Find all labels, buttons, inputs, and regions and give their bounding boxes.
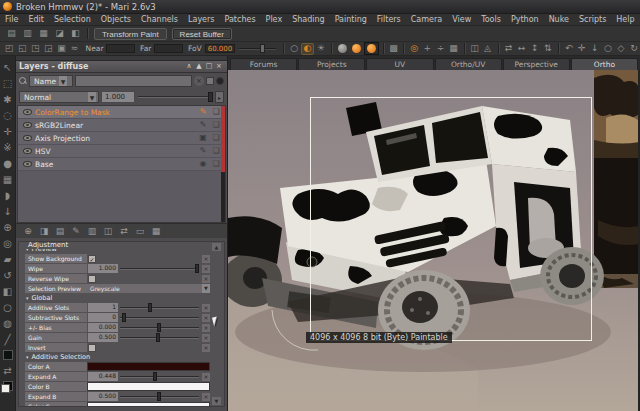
expand-a-value[interactable]: 0.448 bbox=[88, 372, 118, 381]
reset-row-icon[interactable] bbox=[202, 334, 210, 342]
paint-divide-icon[interactable] bbox=[434, 43, 446, 55]
menu-filters[interactable]: Filters bbox=[372, 15, 406, 24]
channel-grid-icon[interactable] bbox=[150, 225, 162, 237]
menu-patches[interactable]: Patches bbox=[220, 15, 261, 24]
add-tool-icon[interactable] bbox=[1, 220, 15, 235]
clone-tool-icon[interactable] bbox=[1, 172, 15, 187]
layer-list-scrollbar[interactable] bbox=[221, 106, 225, 222]
menu-shading[interactable]: Shading bbox=[287, 15, 330, 24]
share-layer-icon[interactable] bbox=[211, 107, 221, 117]
shading-on-sphere[interactable] bbox=[350, 42, 363, 55]
blend-spinner[interactable] bbox=[215, 91, 224, 103]
expand-a-slider[interactable] bbox=[120, 372, 199, 381]
layer-row-base[interactable]: Base bbox=[18, 158, 225, 171]
reset-row-icon[interactable] bbox=[202, 265, 210, 273]
close-palette-icon[interactable] bbox=[214, 62, 224, 72]
paintable-icon[interactable] bbox=[198, 120, 208, 130]
fov-field[interactable]: 60.000 bbox=[205, 44, 236, 53]
collapse-palette-icon[interactable] bbox=[184, 62, 194, 72]
bias-slider[interactable] bbox=[120, 323, 199, 332]
blend-amount-slider[interactable] bbox=[137, 91, 213, 103]
gain-slider[interactable] bbox=[120, 333, 199, 342]
additive-selection-header[interactable]: Additive Selection bbox=[19, 352, 224, 361]
wireframe-icon[interactable] bbox=[55, 43, 67, 55]
paintable-icon[interactable] bbox=[198, 107, 208, 117]
smooth-icon[interactable] bbox=[68, 43, 80, 55]
flat-lighting-icon[interactable] bbox=[288, 43, 300, 55]
gain-value[interactable]: 0.500 bbox=[88, 333, 118, 342]
reset-row-icon[interactable] bbox=[202, 255, 210, 263]
mask-tool-icon[interactable] bbox=[1, 300, 15, 315]
paintable-icon[interactable] bbox=[198, 146, 208, 156]
shading-env-sphere[interactable] bbox=[364, 42, 379, 55]
dolly-view-icon[interactable] bbox=[589, 43, 601, 55]
marquee-tool-icon[interactable] bbox=[1, 76, 15, 91]
line-tool-icon[interactable] bbox=[1, 332, 15, 347]
basic-lighting-icon[interactable] bbox=[301, 43, 313, 55]
menu-scripts[interactable]: Scripts bbox=[574, 15, 611, 24]
layer-search-input[interactable] bbox=[75, 75, 192, 87]
blend-amount-field[interactable]: 1.000 bbox=[101, 91, 135, 103]
wipe-slider[interactable] bbox=[120, 264, 199, 273]
tab-uv[interactable]: UV bbox=[366, 58, 433, 70]
bias-value[interactable]: 0.000 bbox=[88, 323, 118, 332]
invert-checkbox[interactable] bbox=[88, 344, 96, 352]
eraser-tool-icon[interactable] bbox=[1, 252, 15, 267]
duplicate-layer-icon[interactable] bbox=[54, 225, 66, 237]
transfer-layer-icon[interactable] bbox=[118, 225, 130, 237]
move-tool-icon[interactable] bbox=[1, 124, 15, 139]
import-icon[interactable] bbox=[52, 28, 67, 40]
menu-layers[interactable]: Layers bbox=[183, 15, 219, 24]
group-layers-icon[interactable] bbox=[102, 225, 114, 237]
color-a-swatch[interactable] bbox=[87, 362, 210, 371]
zoom-tool-icon[interactable] bbox=[1, 108, 15, 123]
reset-row-icon[interactable] bbox=[202, 275, 210, 283]
warp-tool-icon[interactable] bbox=[1, 140, 15, 155]
flip-v-icon[interactable] bbox=[529, 43, 541, 55]
paint-grid-icon[interactable] bbox=[448, 43, 460, 55]
export-icon[interactable] bbox=[68, 28, 83, 40]
reset-row-icon[interactable] bbox=[202, 314, 210, 322]
undo-view-icon[interactable] bbox=[563, 43, 575, 55]
merge-layers-icon[interactable] bbox=[86, 225, 98, 237]
filter-toggle-dark[interactable] bbox=[216, 77, 224, 85]
layers-palette-titlebar[interactable]: Layers - diffuse bbox=[16, 61, 227, 73]
symmetry-x-icon[interactable] bbox=[468, 43, 480, 55]
paint-add-icon[interactable] bbox=[421, 43, 433, 55]
menu-nuke[interactable]: Nuke bbox=[544, 15, 574, 24]
menu-objects[interactable]: Objects bbox=[96, 15, 136, 24]
select-tool-icon[interactable] bbox=[1, 60, 15, 75]
tab-ortho-uv[interactable]: Ortho/UV bbox=[435, 58, 502, 70]
menu-edit[interactable]: Edit bbox=[23, 15, 49, 24]
subtractive-slots-value[interactable]: 0 bbox=[88, 313, 118, 322]
flip-h-icon[interactable] bbox=[542, 43, 554, 55]
filter-mode-dropdown[interactable]: Name bbox=[29, 75, 73, 87]
projection-icon[interactable] bbox=[198, 133, 208, 143]
global-section-header[interactable]: Global bbox=[19, 293, 224, 302]
additive-slots-value[interactable]: 1 bbox=[88, 303, 118, 312]
mirror-h-icon[interactable] bbox=[502, 43, 514, 55]
layer-row-srgb2linear[interactable]: sRGB2Linear bbox=[18, 119, 225, 132]
orbit-view-icon[interactable] bbox=[628, 43, 640, 55]
reset-row-icon[interactable] bbox=[202, 373, 210, 381]
pattern-icon[interactable] bbox=[387, 43, 399, 55]
uv-view-icon[interactable] bbox=[3, 43, 15, 55]
shading-off-sphere[interactable] bbox=[336, 42, 349, 55]
smudge-tool-icon[interactable] bbox=[1, 188, 15, 203]
tab-forums[interactable]: Forums bbox=[230, 58, 297, 70]
menu-painting[interactable]: Painting bbox=[330, 15, 372, 24]
reset-row-icon[interactable] bbox=[202, 344, 210, 352]
visibility-eye-icon[interactable] bbox=[23, 109, 32, 115]
background-color-swatch[interactable] bbox=[3, 381, 13, 391]
expand-b-slider[interactable] bbox=[120, 392, 199, 401]
menu-file[interactable]: File bbox=[0, 15, 23, 24]
color-c-swatch[interactable] bbox=[87, 402, 210, 407]
eyedropper-tool-icon[interactable] bbox=[1, 204, 15, 219]
menu-selection[interactable]: Selection bbox=[49, 15, 96, 24]
gradient-tool-icon[interactable] bbox=[1, 284, 15, 299]
new-project-icon[interactable] bbox=[4, 28, 19, 40]
add-mask-icon[interactable] bbox=[38, 225, 50, 237]
near-field[interactable] bbox=[106, 44, 135, 53]
pin-palette-icon[interactable] bbox=[194, 62, 204, 72]
full-lighting-icon[interactable] bbox=[315, 43, 327, 55]
